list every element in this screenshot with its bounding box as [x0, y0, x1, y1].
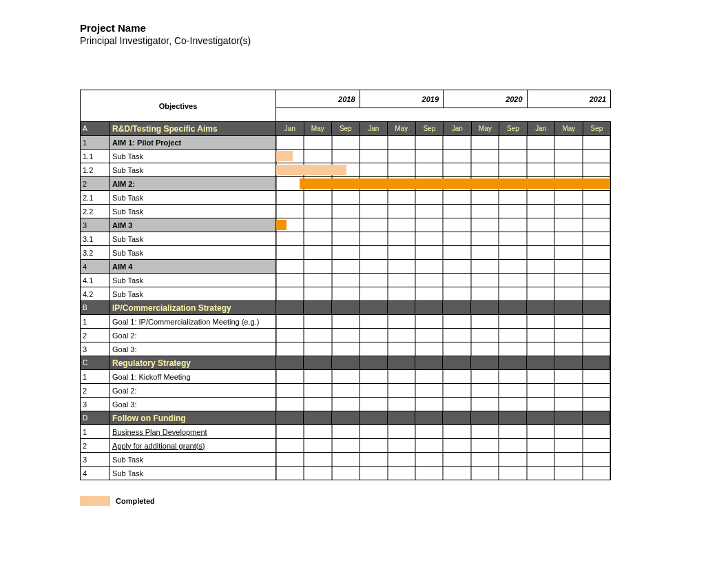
year-header: 2020 — [444, 90, 528, 108]
gantt-cell — [276, 453, 611, 467]
section-key: C — [81, 356, 110, 370]
section-title: Regulatory Strategy — [110, 356, 276, 370]
row-label: Sub Task — [110, 163, 276, 177]
row-number: 1 — [81, 425, 110, 439]
month-header: Jan — [527, 122, 555, 136]
gantt-bar — [276, 165, 346, 175]
row-label: Goal 3: — [110, 398, 276, 411]
gantt-cell — [276, 315, 611, 329]
gantt-cell — [276, 205, 611, 218]
row-number: 1 — [81, 370, 110, 384]
gantt-cell — [276, 246, 611, 260]
row-label: Sub Task — [110, 274, 276, 287]
gantt-cell — [276, 232, 611, 246]
gantt-cell — [276, 398, 611, 411]
row-label: Goal 1: Kickoff Meeting — [110, 370, 276, 384]
row-number: 2 — [81, 177, 110, 191]
legend: Completed — [80, 496, 155, 506]
gantt-cell — [276, 384, 611, 398]
section-gantt-header — [276, 411, 611, 425]
row-number: 1 — [81, 315, 110, 329]
row-number: 1.2 — [81, 163, 110, 177]
legend-swatch-completed — [80, 496, 110, 506]
row-number: 3 — [81, 218, 110, 232]
row-number: 2 — [81, 384, 110, 398]
row-label: AIM 1: Pilot Project — [110, 136, 276, 150]
row-number: 4 — [81, 467, 110, 480]
row-label: Sub Task — [110, 453, 276, 467]
gantt-document: Project Name Principal Investigator, Co-… — [0, 0, 728, 563]
section-gantt-header — [276, 301, 611, 315]
row-label: Sub Task — [110, 205, 276, 218]
gantt-cell — [276, 260, 611, 274]
row-number: 2 — [81, 439, 110, 453]
section-title: Follow on Funding — [110, 411, 276, 425]
row-number: 2.2 — [81, 205, 110, 218]
row-label: Goal 1: IP/Commercialization Meeting (e.… — [110, 315, 276, 329]
row-number: 1.1 — [81, 150, 110, 163]
row-label: Goal 3: — [110, 342, 276, 356]
month-header: May — [555, 122, 583, 136]
row-label: Apply for additional grant(s) — [110, 439, 276, 453]
row-label: Business Plan Development — [110, 425, 276, 439]
month-header: Sep — [583, 122, 611, 136]
month-header: May — [471, 122, 499, 136]
page-title: Project Name — [80, 22, 728, 34]
legend-label-completed: Completed — [116, 497, 155, 505]
row-label: Sub Task — [110, 232, 276, 246]
row-label: AIM 4 — [110, 260, 276, 274]
month-header: Jan — [444, 122, 472, 136]
gantt-bar — [276, 220, 287, 230]
row-number: 3.2 — [81, 246, 110, 260]
gantt-cell — [276, 287, 611, 301]
gantt-bar — [300, 178, 610, 189]
gantt-cell — [276, 439, 611, 453]
year-header: 2021 — [527, 90, 611, 108]
gantt-cell — [276, 370, 611, 384]
section-key: A — [81, 122, 110, 136]
row-label: Sub Task — [110, 467, 276, 480]
gantt-cell — [276, 467, 611, 480]
section-key: B — [81, 301, 110, 315]
gantt-table-wrap: Objectives2018201920202021AR&D/Testing S… — [80, 90, 610, 480]
gantt-cell — [276, 136, 611, 150]
row-label: Sub Task — [110, 191, 276, 205]
section-gantt-header — [276, 356, 611, 370]
row-number: 4 — [81, 260, 110, 274]
month-header: May — [388, 122, 416, 136]
row-label: Goal 2: — [110, 329, 276, 342]
row-number: 3 — [81, 453, 110, 467]
page-subtitle: Principal Investigator, Co-Investigator(… — [80, 35, 728, 46]
gantt-cell — [276, 150, 611, 163]
row-label: AIM 2: — [110, 177, 276, 191]
row-label: Sub Task — [110, 246, 276, 260]
month-header: Jan — [276, 122, 304, 136]
row-label: Sub Task — [110, 150, 276, 163]
gantt-cell — [276, 425, 611, 439]
header: Project Name Principal Investigator, Co-… — [0, 0, 728, 46]
section-title: R&D/Testing Specific Aims — [110, 122, 276, 136]
gantt-cell — [276, 342, 611, 356]
section-title: IP/Commercialization Strategy — [110, 301, 276, 315]
month-header: Sep — [415, 122, 444, 136]
month-header: Sep — [332, 122, 360, 136]
row-label: Sub Task — [110, 287, 276, 301]
objectives-header: Objectives — [81, 90, 276, 122]
gantt-cell — [276, 177, 611, 191]
month-header: May — [304, 122, 332, 136]
row-number: 1 — [81, 136, 110, 150]
section-key: D — [81, 411, 110, 425]
row-number: 3 — [81, 342, 110, 356]
row-number: 2 — [81, 329, 110, 342]
row-number: 3.1 — [81, 232, 110, 246]
row-number: 4.1 — [81, 274, 110, 287]
row-number: 3 — [81, 398, 110, 411]
gantt-bar — [276, 151, 293, 161]
gantt-cell — [276, 274, 611, 287]
gantt-table: Objectives2018201920202021AR&D/Testing S… — [80, 90, 611, 480]
month-header: Sep — [499, 122, 528, 136]
month-header: Jan — [360, 122, 388, 136]
year-header: 2018 — [276, 90, 360, 108]
gantt-cell — [276, 329, 611, 342]
gantt-cell — [276, 218, 611, 232]
